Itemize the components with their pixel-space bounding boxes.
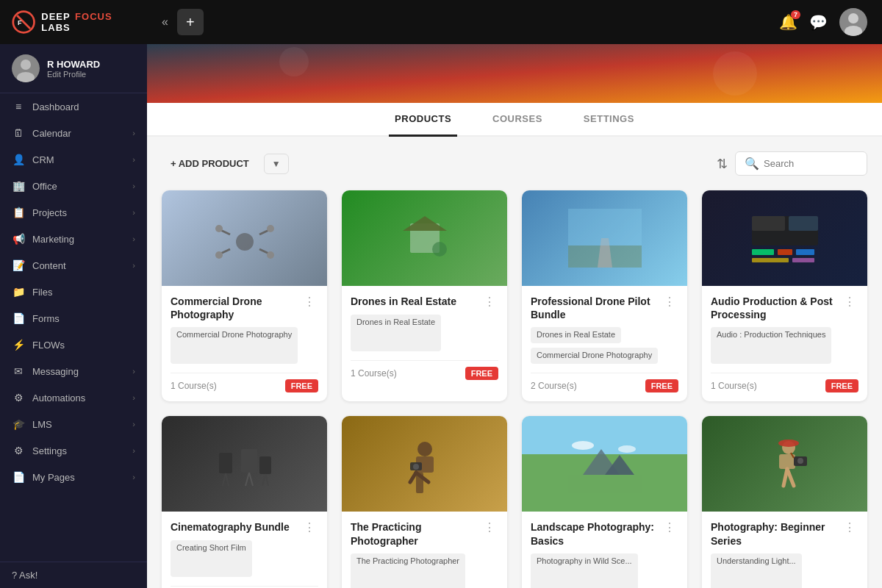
sidebar: F DEEP FOCUS LABS R HOWARD Edit Profile … <box>0 0 147 588</box>
svg-line-46 <box>265 474 268 486</box>
courses-count: 1 Course(s) <box>351 368 397 379</box>
sidebar-item-projects[interactable]: 📋 Projects › <box>0 199 147 226</box>
ask-button[interactable]: ? Ask! <box>0 562 147 588</box>
svg-rect-35 <box>796 249 814 255</box>
chevron-right-icon: › <box>132 182 135 190</box>
sidebar-item-settings[interactable]: ⚙ Settings › <box>0 437 147 464</box>
sidebar-item-dashboard[interactable]: ≡ Dashboard <box>0 93 147 120</box>
product-menu-button[interactable]: ⋮ <box>481 295 498 309</box>
toolbar-right: ⇅ 🔍 <box>717 151 867 176</box>
tab-courses[interactable]: COURSES <box>487 103 548 137</box>
sidebar-label-forms: Forms <box>32 313 60 324</box>
crm-icon: 👤 <box>12 154 25 165</box>
messages-button[interactable]: 💬 <box>809 13 828 31</box>
tab-bar: PRODUCTS COURSES SETTINGS <box>147 103 882 137</box>
sidebar-label-messaging: Messaging <box>32 366 79 377</box>
svg-line-42 <box>245 473 249 486</box>
product-tag: The Practicing Photographer <box>351 553 465 588</box>
notification-badge: 7 <box>791 10 800 19</box>
chevron-right-icon: › <box>132 208 135 217</box>
svg-line-39 <box>223 473 226 486</box>
product-menu-button[interactable]: ⋮ <box>481 520 498 534</box>
svg-line-40 <box>226 473 229 486</box>
svg-point-21 <box>267 251 274 259</box>
product-tag: Photography in Wild Sce... <box>531 553 638 588</box>
add-button[interactable]: + <box>177 9 204 35</box>
product-title: Professional Drone Pilot Bundle <box>531 295 661 321</box>
product-menu-button[interactable]: ⋮ <box>841 295 858 309</box>
sidebar-label-calendar: Calendar <box>32 128 71 139</box>
sidebar-label-content: Content <box>32 260 66 271</box>
product-menu-button[interactable]: ⋮ <box>301 295 318 309</box>
sidebar-label-office: Office <box>32 181 57 192</box>
product-title: Cinematography Bundle <box>171 520 301 534</box>
topbar-left: « + <box>162 9 204 35</box>
profile-info: R HOWARD Edit Profile <box>47 59 100 79</box>
svg-line-43 <box>249 473 253 486</box>
sidebar-item-messaging[interactable]: ✉ Messaging › <box>0 358 147 384</box>
sidebar-item-marketing[interactable]: 📢 Marketing › <box>0 226 147 252</box>
notifications-button[interactable]: 🔔 7 <box>779 13 797 31</box>
sidebar-label-settings: Settings <box>32 445 67 456</box>
chevron-right-icon: › <box>132 367 135 376</box>
product-card: Commercial Drone Photography ⋮ Commercia… <box>162 190 327 401</box>
user-avatar-top[interactable] <box>839 8 867 36</box>
sidebar-item-mypages[interactable]: 📄 My Pages › <box>0 464 147 490</box>
courses-count: 2 Course(s) <box>531 381 577 391</box>
chevron-right-icon: › <box>132 393 135 402</box>
svg-point-25 <box>432 242 447 257</box>
sidebar-item-lms[interactable]: 🎓 LMS › <box>0 411 147 437</box>
chevron-right-icon: › <box>132 446 135 455</box>
product-card: Drones in Real Estate ⋮ Drones in Real E… <box>342 190 507 401</box>
sidebar-item-office[interactable]: 🏢 Office › <box>0 173 147 199</box>
svg-line-45 <box>262 474 265 486</box>
svg-point-19 <box>267 225 274 232</box>
svg-rect-33 <box>752 249 774 255</box>
svg-point-10 <box>713 51 757 96</box>
collapse-sidebar-button[interactable]: « <box>162 15 168 29</box>
product-tags: The Practicing Photographer <box>351 553 498 588</box>
product-menu-button[interactable]: ⋮ <box>841 520 858 534</box>
sidebar-item-automations[interactable]: ⚙ Automations › <box>0 384 147 411</box>
office-icon: 🏢 <box>12 180 25 192</box>
lms-icon: 🎓 <box>12 418 25 430</box>
product-tags: Drones in Real Estate Commercial Drone P… <box>531 327 678 364</box>
svg-point-47 <box>417 442 432 456</box>
add-product-button[interactable]: + ADD PRODUCT <box>162 152 258 175</box>
user-profile[interactable]: R HOWARD Edit Profile <box>0 44 147 93</box>
price-badge: FREE <box>285 379 318 392</box>
svg-point-20 <box>215 251 223 259</box>
product-tags: Photography in Wild Sce... <box>531 553 678 588</box>
product-tags: Creating Short Film <box>171 540 318 577</box>
svg-point-13 <box>236 233 254 251</box>
tab-settings[interactable]: SETTINGS <box>578 103 640 137</box>
product-menu-button[interactable]: ⋮ <box>661 295 678 309</box>
svg-point-60 <box>778 440 799 447</box>
product-title: Landscape Photography: Basics <box>531 520 661 547</box>
product-menu-button[interactable]: ⋮ <box>661 520 678 534</box>
sidebar-item-flows[interactable]: ⚡ FLOWs <box>0 331 147 358</box>
sidebar-label-projects: Projects <box>32 207 67 218</box>
tab-products[interactable]: PRODUCTS <box>389 103 457 137</box>
product-tags: Audio : Production Techniques <box>711 327 858 364</box>
products-toolbar: + ADD PRODUCT ▼ ⇅ 🔍 <box>162 151 867 176</box>
svg-point-7 <box>848 13 858 24</box>
filter-dropdown-button[interactable]: ▼ <box>264 154 289 174</box>
sort-button[interactable]: ⇅ <box>717 156 728 172</box>
product-title: Audio Production & Post Processing <box>711 295 841 321</box>
sidebar-item-content[interactable]: 📝 Content › <box>0 252 147 279</box>
product-card: The Practicing Photographer ⋮ The Practi… <box>342 416 507 588</box>
product-card: Audio Production & Post Processing ⋮ Aud… <box>702 190 867 401</box>
product-card: Photography: Beginner Series ⋮ Understan… <box>702 416 867 588</box>
product-menu-button[interactable]: ⋮ <box>301 520 318 534</box>
edit-profile-link[interactable]: Edit Profile <box>47 70 100 79</box>
sidebar-item-crm[interactable]: 👤 CRM › <box>0 146 147 173</box>
chevron-right-icon: › <box>132 261 135 270</box>
sidebar-item-files[interactable]: 📁 Files <box>0 279 147 305</box>
product-card: Professional Drone Pilot Bundle ⋮ Drones… <box>522 190 687 401</box>
product-tag: Drones in Real Estate <box>351 315 441 351</box>
courses-count: 1 Course(s) <box>171 381 217 391</box>
sidebar-item-calendar[interactable]: 🗓 Calendar › <box>0 120 147 146</box>
search-input[interactable] <box>764 158 858 169</box>
sidebar-item-forms[interactable]: 📄 Forms <box>0 305 147 331</box>
